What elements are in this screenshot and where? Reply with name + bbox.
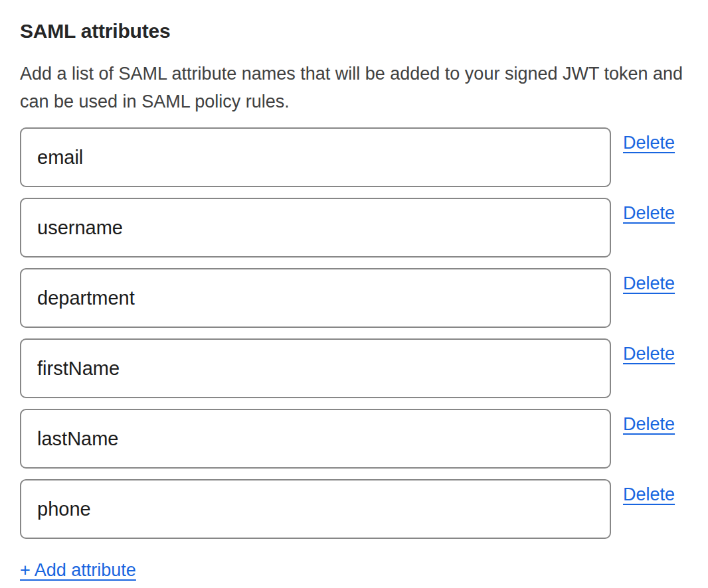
attribute-name-input[interactable]	[20, 198, 611, 257]
attribute-name-input[interactable]	[20, 479, 611, 539]
attribute-row: Delete	[20, 198, 688, 257]
delete-attribute-link[interactable]: Delete	[623, 273, 675, 294]
attribute-row: Delete	[20, 268, 688, 328]
attribute-row: Delete	[20, 409, 688, 469]
saml-attributes-section: SAML attributes Add a list of SAML attri…	[0, 0, 708, 588]
delete-attribute-link[interactable]: Delete	[623, 343, 675, 364]
attribute-row: Delete	[20, 338, 688, 398]
page-title: SAML attributes	[20, 19, 688, 44]
add-attribute-link[interactable]: + Add attribute	[20, 559, 136, 581]
delete-attribute-link[interactable]: Delete	[623, 202, 675, 224]
attribute-name-input[interactable]	[20, 127, 611, 187]
delete-attribute-link[interactable]: Delete	[623, 132, 675, 153]
attribute-name-input[interactable]	[20, 268, 611, 328]
delete-attribute-link[interactable]: Delete	[623, 484, 675, 505]
attribute-name-input[interactable]	[20, 409, 611, 469]
page-description: Add a list of SAML attribute names that …	[20, 60, 688, 115]
delete-attribute-link[interactable]: Delete	[623, 413, 675, 435]
attribute-list: Delete Delete Delete Delete Delete Delet…	[20, 127, 688, 539]
attribute-name-input[interactable]	[20, 338, 611, 398]
attribute-row: Delete	[20, 479, 688, 539]
attribute-row: Delete	[20, 127, 688, 187]
